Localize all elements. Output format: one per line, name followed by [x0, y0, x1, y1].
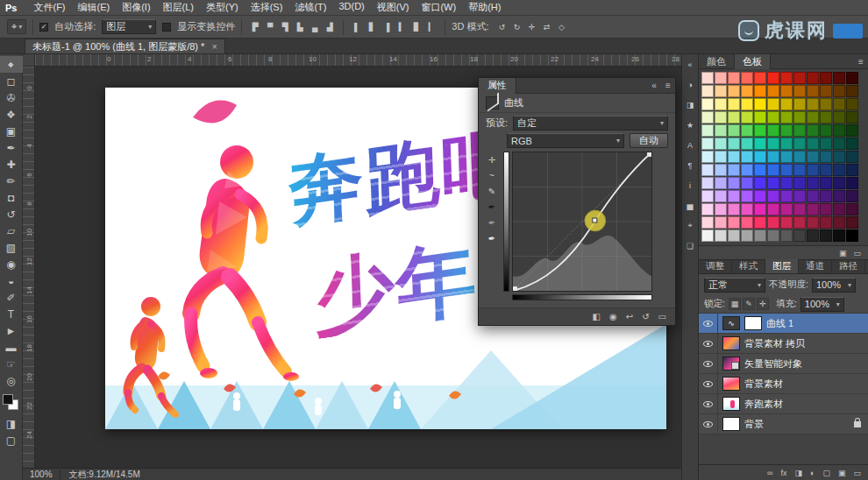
- swatch[interactable]: [715, 190, 727, 202]
- swatch[interactable]: [767, 124, 779, 137]
- swatch[interactable]: [701, 85, 714, 97]
- swatch[interactable]: [820, 138, 832, 150]
- swatch[interactable]: [767, 111, 779, 124]
- swatch[interactable]: [741, 164, 753, 176]
- swatch[interactable]: [780, 203, 793, 215]
- swatch[interactable]: [846, 164, 858, 176]
- pen-tool[interactable]: ✐: [0, 289, 23, 306]
- swatch[interactable]: [754, 85, 766, 97]
- distribute-icon-3[interactable]: ▍: [395, 20, 409, 34]
- align-icon-2[interactable]: ▜: [278, 20, 292, 34]
- swatch[interactable]: [701, 216, 714, 229]
- swatch[interactable]: [780, 216, 793, 229]
- navigator-icon[interactable]: ⌖: [683, 219, 697, 232]
- swatch[interactable]: [833, 98, 845, 110]
- adjustments-icon[interactable]: ◑: [683, 78, 697, 91]
- swatch[interactable]: [846, 85, 858, 97]
- pencil-icon[interactable]: ✎: [488, 187, 495, 196]
- curves-graph[interactable]: [512, 152, 652, 292]
- delete-layer-icon[interactable]: ▭: [853, 469, 861, 477]
- layer-row[interactable]: 背景素材: [699, 374, 868, 394]
- swatch[interactable]: [820, 177, 832, 189]
- swatch[interactable]: [715, 164, 727, 176]
- 3d-mode-icon-4[interactable]: ◇: [554, 20, 568, 34]
- close-document-icon[interactable]: ×: [211, 41, 217, 52]
- swatch[interactable]: [728, 85, 740, 97]
- swatch[interactable]: [754, 164, 766, 176]
- clone-stamp-tool[interactable]: ◘: [0, 189, 23, 206]
- new-swatch-icon[interactable]: ▣: [839, 249, 847, 258]
- 3d-mode-icon-3[interactable]: ⇄: [539, 20, 553, 34]
- layer-row[interactable]: 背景: [699, 414, 868, 434]
- swatch[interactable]: [728, 190, 740, 202]
- panel-tab-3[interactable]: 通道: [799, 259, 832, 273]
- swatch[interactable]: [846, 190, 858, 202]
- menu-item-3[interactable]: 图层(L): [157, 1, 200, 14]
- swatch[interactable]: [754, 177, 766, 189]
- new-group-icon[interactable]: ▢: [822, 469, 830, 477]
- distribute-icon-1[interactable]: ▋: [365, 20, 379, 34]
- gradient-tool[interactable]: ▧: [0, 239, 23, 256]
- swatch[interactable]: [846, 98, 858, 110]
- swatch[interactable]: [820, 111, 832, 124]
- brush-tool[interactable]: ✏: [0, 173, 23, 189]
- swatch[interactable]: [807, 124, 819, 137]
- white-point-eyedropper-icon[interactable]: ✒: [488, 234, 495, 244]
- layer-mask-thumbnail[interactable]: [744, 316, 762, 330]
- swatch[interactable]: [846, 177, 858, 189]
- swatch[interactable]: [807, 72, 819, 84]
- layer-effects-icon[interactable]: fx: [780, 469, 786, 477]
- swatch[interactable]: [728, 124, 740, 137]
- show-transform-checkbox[interactable]: [162, 23, 171, 32]
- foreground-color-swatch[interactable]: [3, 394, 13, 405]
- preset-dropdown[interactable]: 自定: [513, 116, 668, 131]
- menu-item-2[interactable]: 图像(I): [116, 1, 156, 14]
- new-layer-icon[interactable]: ▣: [838, 469, 846, 477]
- color-swatches-widget[interactable]: [0, 392, 23, 415]
- swatch[interactable]: [754, 229, 766, 242]
- swatch[interactable]: [701, 229, 714, 242]
- lock-icon-1[interactable]: ✎: [743, 298, 755, 310]
- properties-panel-header[interactable]: 属性 « ≡: [479, 78, 675, 94]
- swatch[interactable]: [793, 216, 806, 229]
- screen-mode-icon[interactable]: ▢: [0, 432, 23, 448]
- swatch[interactable]: [741, 190, 753, 202]
- curve-point-icon[interactable]: ~: [489, 171, 494, 180]
- swatch[interactable]: [807, 190, 819, 202]
- swatch[interactable]: [715, 216, 727, 229]
- swatches-tab-1[interactable]: 色板: [735, 54, 771, 69]
- info-icon[interactable]: i: [683, 179, 697, 192]
- swatch[interactable]: [846, 229, 858, 242]
- align-icon-1[interactable]: ▀: [263, 20, 277, 34]
- swatch[interactable]: [754, 111, 766, 124]
- swatch[interactable]: [728, 177, 740, 189]
- menu-item-0[interactable]: 文件(F): [27, 1, 71, 14]
- layer-row[interactable]: 背景素材 拷贝: [699, 334, 868, 354]
- histogram-icon[interactable]: ▅: [683, 199, 697, 212]
- swatch[interactable]: [793, 190, 806, 202]
- swatch[interactable]: [728, 151, 740, 163]
- swatch[interactable]: [820, 151, 832, 163]
- swatch[interactable]: [820, 190, 832, 202]
- distribute-icon-5[interactable]: ▎: [424, 20, 438, 34]
- move-tool[interactable]: ⌖: [0, 56, 23, 73]
- lasso-tool[interactable]: ✇: [0, 89, 23, 106]
- distribute-icon-0[interactable]: ▌: [350, 20, 364, 34]
- swatch[interactable]: [793, 72, 806, 84]
- visibility-eye-icon[interactable]: [703, 361, 713, 367]
- lock-icon-0[interactable]: ▦: [729, 298, 741, 310]
- swatch[interactable]: [701, 190, 714, 202]
- menu-item-9[interactable]: 窗口(W): [415, 1, 462, 14]
- swatch[interactable]: [767, 164, 779, 176]
- visibility-cell[interactable]: [699, 394, 718, 413]
- eyedropper-tool[interactable]: ✒: [0, 139, 23, 156]
- swatch[interactable]: [715, 151, 727, 163]
- swatch[interactable]: [846, 72, 858, 84]
- swatch[interactable]: [833, 124, 845, 137]
- hand-tool[interactable]: ☞: [0, 356, 23, 372]
- swatch[interactable]: [754, 72, 766, 84]
- layer-thumbnail[interactable]: [722, 356, 740, 371]
- swatch[interactable]: [741, 85, 753, 97]
- opacity-dropdown[interactable]: 100%: [812, 278, 856, 293]
- swatch[interactable]: [754, 138, 766, 150]
